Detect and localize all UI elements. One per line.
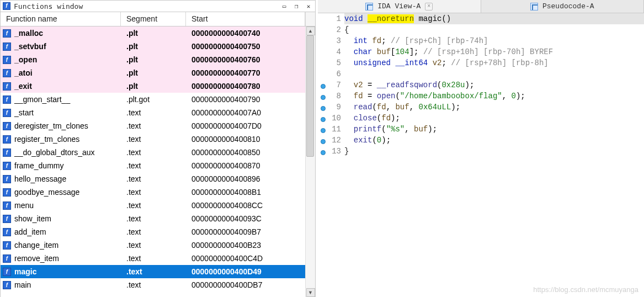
function-name-cell: f_atoi xyxy=(1,68,121,77)
function-segment-cell: .text xyxy=(121,201,186,210)
breakpoint-slot[interactable] xyxy=(318,146,328,157)
function-name-text: _setvbuf xyxy=(14,42,46,51)
function-icon: f xyxy=(3,122,11,130)
function-start-cell: 00000000004008B1 xyxy=(186,188,305,197)
minimize-button[interactable]: ▭ xyxy=(280,2,289,10)
function-name-cell: f__gmon_start__ xyxy=(1,95,121,104)
pseudocode-editor[interactable]: 12345678910111213 void __noreturn magic(… xyxy=(318,13,644,297)
function-segment-cell: .text xyxy=(121,214,186,223)
functions-list[interactable]: f_malloc.plt0000000000400740f_setvbuf.pl… xyxy=(1,26,305,297)
function-name-cell: f_malloc xyxy=(1,29,121,38)
breakpoint-slot[interactable] xyxy=(318,13,328,24)
function-icon: f xyxy=(3,254,11,263)
function-segment-cell: .text xyxy=(121,280,186,289)
breakpoint-slot[interactable] xyxy=(318,35,328,46)
breakpoint-slot[interactable] xyxy=(318,24,328,35)
table-row[interactable]: fmain.text0000000000400DB7 xyxy=(1,278,305,291)
restore-button[interactable]: ❐ xyxy=(292,2,301,10)
table-row[interactable]: f_open.plt0000000000400760 xyxy=(1,53,305,66)
function-name-cell: fchange_item xyxy=(1,241,121,250)
table-row[interactable]: fframe_dummy.text0000000000400870 xyxy=(1,159,305,172)
table-row[interactable]: fgoodbye_message.text00000000004008B1 xyxy=(1,185,305,199)
code-line[interactable]: unsigned __int64 v2; // [rsp+78h] [rbp-8… xyxy=(344,57,644,68)
tab-ida-close-icon[interactable]: × xyxy=(425,3,433,10)
table-row[interactable]: fregister_tm_clones.text0000000000400810 xyxy=(1,132,305,146)
function-start-cell: 00000000004009B7 xyxy=(186,227,305,236)
code-line[interactable]: fd = open("/home/bamboobox/flag", 0); xyxy=(344,91,644,102)
code-line[interactable]: } xyxy=(344,146,644,157)
function-name-cell: fframe_dummy xyxy=(1,161,121,170)
breakpoint-slot[interactable] xyxy=(318,79,328,91)
line-number: 3 xyxy=(328,35,341,46)
scroll-thumb[interactable] xyxy=(306,35,314,157)
function-icon: f xyxy=(3,162,11,170)
table-row[interactable]: fhello_message.text0000000000400896 xyxy=(1,172,305,185)
breakpoint-slot[interactable] xyxy=(318,102,328,113)
function-name-text: _start xyxy=(14,108,34,117)
breakpoint-slot[interactable] xyxy=(318,46,328,57)
header-name[interactable]: Function name xyxy=(1,12,121,26)
table-row[interactable]: f__gmon_start__.plt.got0000000000400790 xyxy=(1,93,305,106)
table-row[interactable]: fremove_item.text0000000000400C4D xyxy=(1,252,305,265)
header-segment[interactable]: Segment xyxy=(121,12,186,26)
code-line[interactable]: void __noreturn magic() xyxy=(344,13,644,24)
line-number: 2 xyxy=(328,24,341,35)
table-row[interactable]: f_malloc.plt0000000000400740 xyxy=(1,26,305,40)
code-line[interactable]: v2 = __readfsqword(0x28u); xyxy=(344,79,644,91)
function-start-cell: 0000000000400760 xyxy=(186,55,305,64)
code-content[interactable]: void __noreturn magic(){ int fd; // [rsp… xyxy=(343,13,644,297)
function-name-text: remove_item xyxy=(14,254,59,263)
table-row[interactable]: fmagic.text0000000000400D49 xyxy=(1,265,305,278)
table-row[interactable]: fderegister_tm_clones.text00000000004007… xyxy=(1,119,305,132)
function-name-cell: fhello_message xyxy=(1,174,121,183)
table-row[interactable]: f_atoi.plt0000000000400770 xyxy=(1,66,305,79)
code-line[interactable]: int fd; // [rsp+Ch] [rbp-74h] xyxy=(344,35,644,46)
function-icon: f xyxy=(3,29,11,38)
function-name-cell: fremove_item xyxy=(1,254,121,263)
code-line[interactable]: { xyxy=(344,24,644,35)
code-line[interactable]: printf("%s", buf); xyxy=(344,124,644,135)
tab-pseudocode[interactable]: Pseudocode-A xyxy=(481,0,645,13)
table-row[interactable]: f_exit.plt0000000000400780 xyxy=(1,79,305,93)
close-button[interactable]: ✕ xyxy=(304,2,313,10)
function-name-cell: fmain xyxy=(1,280,121,289)
function-start-cell: 0000000000400790 xyxy=(186,95,305,104)
breakpoint-slot[interactable] xyxy=(318,113,328,124)
function-panel-icon: f xyxy=(3,2,10,10)
breakpoint-slot[interactable] xyxy=(318,135,328,146)
function-start-cell: 00000000004007D0 xyxy=(186,121,305,130)
table-row[interactable]: fchange_item.text0000000000400B23 xyxy=(1,238,305,252)
functions-titlebar[interactable]: f Functions window ▭ ❐ ✕ xyxy=(0,0,316,12)
table-row[interactable]: f__do_global_dtors_aux.text0000000000400… xyxy=(1,146,305,159)
tab-pseudo-icon xyxy=(530,3,538,10)
functions-header: Function name Segment Start xyxy=(0,12,316,26)
tab-ida-view[interactable]: IDA View-A × xyxy=(318,0,481,13)
code-line[interactable] xyxy=(344,68,644,79)
function-start-cell: 00000000004007A0 xyxy=(186,108,305,117)
function-segment-cell: .text xyxy=(121,267,186,276)
table-row[interactable]: fadd_item.text00000000004009B7 xyxy=(1,225,305,238)
function-name-text: menu xyxy=(14,201,34,210)
scroll-up-button[interactable]: ▲ xyxy=(306,26,315,35)
header-start[interactable]: Start xyxy=(186,12,305,26)
code-line[interactable]: char buf[104]; // [rsp+10h] [rbp-70h] BY… xyxy=(344,46,644,57)
function-icon: f xyxy=(3,281,11,289)
table-row[interactable]: fmenu.text00000000004008CC xyxy=(1,199,305,212)
scroll-down-button[interactable]: ▼ xyxy=(306,288,315,297)
function-segment-cell: .text xyxy=(121,148,186,157)
breakpoint-slot[interactable] xyxy=(318,124,328,135)
table-row[interactable]: f_setvbuf.plt0000000000400750 xyxy=(1,40,305,53)
breakpoint-slot[interactable] xyxy=(318,57,328,68)
code-line[interactable]: close(fd); xyxy=(344,113,644,124)
table-row[interactable]: fshow_item.text000000000040093C xyxy=(1,212,305,225)
breakpoint-slot[interactable] xyxy=(318,68,328,79)
function-start-cell: 0000000000400870 xyxy=(186,161,305,170)
vertical-scrollbar[interactable]: ▲ ▼ xyxy=(305,26,315,297)
breakpoint-gutter[interactable] xyxy=(318,13,328,297)
function-segment-cell: .plt xyxy=(121,42,186,51)
code-line[interactable]: exit(0); xyxy=(344,135,644,146)
breakpoint-slot[interactable] xyxy=(318,91,328,102)
code-line[interactable]: read(fd, buf, 0x64uLL); xyxy=(344,102,644,113)
table-row[interactable]: f_start.text00000000004007A0 xyxy=(1,106,305,119)
scroll-track[interactable] xyxy=(306,35,315,288)
